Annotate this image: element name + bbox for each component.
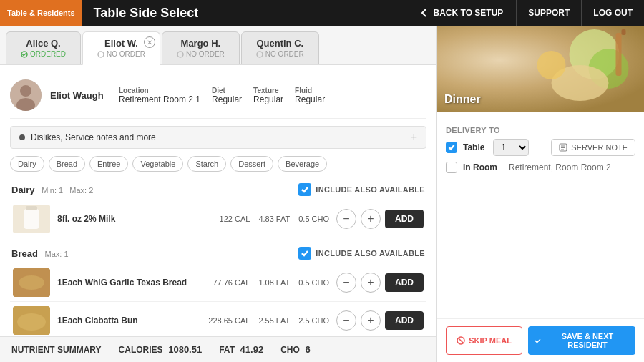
tab-quentin-name: Quentin C. — [256, 38, 303, 49]
svg-point-1 — [98, 52, 104, 57]
calories-label: CALORIES — [119, 345, 163, 355]
garlic-bread-decrement-button[interactable]: − — [336, 273, 356, 293]
bread-meta: Max: 1 — [44, 250, 68, 258]
milk-nutrition: 122 CAL 4.83 FAT 0.5 CHO — [220, 215, 329, 223]
logout-button[interactable]: LOG OUT — [582, 0, 644, 26]
tab-alice-name: Alice Q. — [26, 38, 60, 49]
server-note-label: SERVER NOTE — [571, 143, 628, 152]
garlic-bread-add-button[interactable]: ADD — [385, 273, 424, 292]
tab-margo-name: Margo H. — [181, 38, 221, 49]
dinner-image: Dinner — [437, 26, 644, 112]
dairy-section: Dairy Min: 1 Max: 2 INCLUDE ALSO AVAILAB… — [10, 179, 426, 238]
bread-section: Bread Max: 1 INCLUDE ALSO AVAILABLE — [10, 243, 426, 336]
table-checkbox[interactable] — [446, 142, 457, 153]
main-layout: Alice Q. ORDERED ✕ Eliot W. NO ORDER Mar… — [0, 26, 644, 362]
table-label: Table — [463, 142, 484, 152]
food-item-ciabatta: 1Each Ciabatta Bun 228.65 CAL 2.55 FAT 2… — [10, 302, 426, 336]
cat-starch[interactable]: Starch — [187, 156, 226, 172]
in-room-delivery-row: In Room Retirement, Room Room 2 — [446, 162, 635, 173]
cat-vegetable[interactable]: Vegetable — [132, 156, 183, 172]
nutrient-summary-label: NUTRIENT SUMMARY — [11, 345, 102, 355]
server-note-button[interactable]: SERVER NOTE — [551, 139, 635, 156]
bread-include-checkbox[interactable] — [298, 247, 311, 260]
garlic-bread-increment-button[interactable]: + — [361, 273, 381, 293]
tab-close-icon[interactable]: ✕ — [144, 36, 155, 48]
milk-increment-button[interactable]: + — [361, 209, 381, 229]
category-filters: Dairy Bread Entree Vegetable Starch Dess… — [10, 156, 426, 172]
cho-value: 6 — [305, 344, 310, 355]
table-number-select[interactable]: 1 2 3 — [493, 139, 529, 156]
garlic-bread-thumbnail — [13, 268, 50, 297]
fluid-info: Fluid Regular — [295, 87, 325, 104]
in-room-checkbox[interactable] — [446, 162, 457, 173]
dairy-include-label: INCLUDE ALSO AVAILABLE — [316, 185, 425, 194]
support-button[interactable]: SUPPORT — [517, 0, 582, 26]
texture-info: Texture Regular — [253, 87, 283, 104]
avatar — [10, 79, 42, 111]
garlic-bread-cal: 77.76 CAL — [213, 278, 250, 287]
cat-dairy[interactable]: Dairy — [10, 156, 44, 172]
dairy-title: Dairy — [11, 185, 35, 195]
dinner-label: Dinner — [444, 93, 481, 106]
bread-title: Bread — [11, 248, 38, 259]
svg-point-13 — [17, 313, 46, 331]
milk-name: 8fl. oz 2% Milk — [57, 214, 213, 224]
ciabatta-nutrition: 228.65 CAL 2.55 FAT 2.5 CHO — [208, 316, 329, 325]
milk-qty-controls: − + ADD — [336, 209, 424, 229]
back-to-setup-button[interactable]: BACK TO SETUP — [406, 0, 517, 26]
resident-name: Eliot Waugh — [50, 90, 107, 101]
left-panel: Alice Q. ORDERED ✕ Eliot W. NO ORDER Mar… — [0, 26, 436, 362]
dairy-include-toggle[interactable]: INCLUDE ALSO AVAILABLE — [298, 183, 425, 196]
header-title: Table Side Select — [82, 6, 406, 21]
svg-point-2 — [177, 52, 183, 57]
tab-alice[interactable]: Alice Q. ORDERED — [6, 31, 81, 64]
svg-point-17 — [537, 51, 566, 79]
dislikes-dot-icon — [19, 134, 25, 140]
tab-margo-status: NO ORDER — [177, 50, 225, 58]
milk-decrement-button[interactable]: − — [336, 209, 356, 229]
right-panel: Dinner Delivery To Table 1 2 3 — [436, 26, 644, 362]
dislikes-expand-icon[interactable]: + — [411, 131, 417, 144]
svg-point-11 — [19, 275, 44, 290]
ciabatta-add-button[interactable]: ADD — [385, 311, 424, 330]
in-room-label: In Room — [463, 162, 497, 172]
svg-point-5 — [20, 85, 31, 97]
skip-meal-button[interactable]: SKIP MEAL — [446, 326, 522, 355]
garlic-bread-cho: 0.5 CHO — [298, 278, 329, 287]
ciabatta-cho: 2.5 CHO — [298, 316, 329, 325]
skip-meal-label: SKIP MEAL — [469, 336, 512, 345]
milk-cho: 0.5 CHO — [298, 215, 329, 223]
dairy-include-checkbox[interactable] — [298, 183, 311, 196]
ciabatta-name: 1Each Ciabatta Bun — [57, 315, 201, 326]
nutrient-summary: NUTRIENT SUMMARY CALORIES 1080.51 FAT 41… — [0, 336, 436, 362]
bread-include-toggle[interactable]: INCLUDE ALSO AVAILABLE — [298, 247, 425, 260]
svg-rect-8 — [24, 209, 39, 229]
ciabatta-increment-button[interactable]: + — [361, 310, 381, 331]
tab-quentin[interactable]: Quentin C. NO ORDER — [241, 31, 319, 64]
content-area: Eliot Waugh Location Retirement Room 2 1… — [0, 65, 436, 336]
ciabatta-cal: 228.65 CAL — [208, 316, 250, 325]
save-next-label: SAVE & NEXT RESIDENT — [545, 332, 630, 349]
milk-cal: 122 CAL — [220, 215, 250, 223]
cat-entree[interactable]: Entree — [89, 156, 128, 172]
dislikes-bar[interactable]: Dislikes, Service notes and more + — [10, 126, 426, 149]
fat-value: 41.92 — [240, 344, 264, 355]
garlic-bread-fat: 1.08 FAT — [258, 278, 290, 287]
milk-add-button[interactable]: ADD — [385, 210, 424, 228]
cat-bread[interactable]: Bread — [49, 156, 85, 172]
tab-eliot-status: NO ORDER — [97, 50, 145, 58]
save-next-resident-button[interactable]: SAVE & NEXT RESIDENT — [528, 326, 635, 355]
bread-include-label: INCLUDE ALSO AVAILABLE — [316, 249, 425, 258]
tab-eliot[interactable]: ✕ Eliot W. NO ORDER — [82, 31, 160, 65]
ciabatta-fat: 2.55 FAT — [258, 316, 290, 325]
calories-value: 1080.51 — [168, 344, 202, 355]
cat-beverage[interactable]: Beverage — [278, 156, 327, 172]
cho-label: CHO — [280, 345, 300, 355]
ciabatta-decrement-button[interactable]: − — [336, 310, 356, 331]
cat-dessert[interactable]: Dessert — [230, 156, 273, 172]
diet-info: Diet Regular — [212, 87, 242, 104]
header-badge: Table & Residents — [0, 0, 82, 26]
fat-label: FAT — [219, 345, 235, 355]
garlic-bread-nutrition: 77.76 CAL 1.08 FAT 0.5 CHO — [213, 278, 329, 287]
tab-margo[interactable]: Margo H. NO ORDER — [162, 31, 240, 64]
